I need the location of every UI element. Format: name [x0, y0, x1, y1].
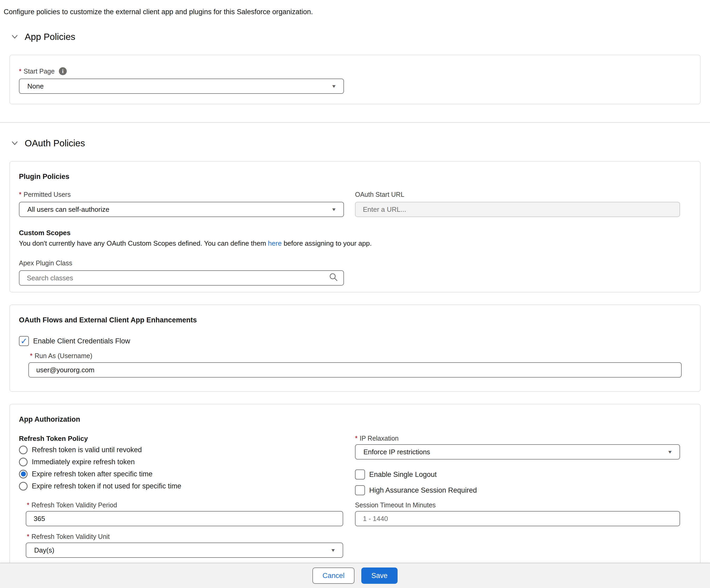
chevron-down-icon: ▼ [667, 449, 673, 454]
session-timeout-label-row: Session Timeout In Minutes [355, 501, 680, 509]
start-page-select[interactable]: None ▼ [19, 78, 344, 94]
apex-plugin-class-label: Apex Plugin Class [19, 259, 680, 267]
enable-client-credentials-checkbox[interactable] [19, 336, 29, 346]
radio-label: Immediately expire refresh token [32, 458, 135, 466]
app-authorization-heading: App Authorization [19, 415, 680, 424]
oauth-flows-card: OAuth Flows and External Client App Enha… [9, 305, 701, 392]
run-as-label-row: * Run As (Username) [30, 352, 680, 360]
apex-plugin-class-input[interactable] [19, 271, 344, 286]
refresh-token-policy-label: Refresh Token Policy [19, 434, 344, 443]
radio-label: Expire refresh token after specific time [32, 470, 152, 478]
radio-label: Expire refresh token if not used for spe… [32, 482, 181, 490]
section-app-policies-toggle[interactable]: App Policies [10, 31, 710, 43]
app-authorization-card: App Authorization Refresh Token Policy R… [9, 404, 701, 566]
start-page-label-row: * Start Page i [19, 67, 680, 75]
apex-plugin-class-search [19, 267, 344, 286]
run-as-input[interactable] [28, 362, 682, 378]
validity-unit-value: Day(s) [34, 546, 54, 555]
chevron-down-icon: ▼ [331, 84, 337, 89]
required-asterisk: * [355, 434, 358, 442]
section-title-oauth-policies: OAuth Policies [25, 137, 85, 149]
enable-client-credentials-label: Enable Client Credentials Flow [33, 337, 130, 345]
oauth-start-url-input [355, 202, 680, 217]
plugin-policies-card: Plugin Policies * Permitted Users All us… [9, 161, 701, 292]
permitted-users-select[interactable]: All users can self-authorize ▼ [19, 202, 344, 217]
enable-client-credentials-row[interactable]: Enable Client Credentials Flow [19, 336, 680, 346]
section-divider [0, 122, 710, 123]
permitted-users-label: Permitted Users [24, 190, 71, 198]
required-asterisk: * [19, 67, 22, 75]
permitted-users-value: All users can self-authorize [27, 206, 109, 214]
radio-label: Refresh token is valid until revoked [32, 446, 142, 454]
page-description: Configure policies to customize the exte… [0, 0, 710, 16]
radio-button[interactable] [19, 470, 28, 478]
section-title-app-policies: App Policies [25, 31, 75, 43]
required-asterisk: * [30, 352, 32, 360]
oauth-start-url-field: OAuth Start URL [355, 190, 680, 217]
radio-button[interactable] [19, 446, 28, 454]
chevron-down-icon: ▼ [330, 547, 336, 553]
ip-relaxation-value: Enforce IP restrictions [363, 448, 430, 456]
ip-relaxation-label-row: * IP Relaxation [355, 434, 680, 442]
validity-unit-label-row: * Refresh Token Validity Unit [27, 533, 344, 540]
ip-relaxation-select[interactable]: Enforce IP restrictions ▼ [355, 444, 680, 460]
validity-period-label: Refresh Token Validity Period [31, 501, 117, 509]
permitted-users-field: * Permitted Users All users can self-aut… [19, 190, 344, 217]
session-timeout-input[interactable] [355, 511, 680, 526]
radio-button[interactable] [19, 482, 28, 491]
validity-unit-label: Refresh Token Validity Unit [31, 533, 110, 540]
search-icon [329, 272, 338, 282]
refresh-token-policy-options: Refresh token is valid until revokedImme… [19, 445, 344, 491]
plugin-policies-heading: Plugin Policies [19, 172, 680, 181]
enable-single-logout-label: Enable Single Logout [369, 471, 437, 479]
validity-period-input[interactable] [26, 511, 343, 526]
oauth-flows-heading: OAuth Flows and External Client App Enha… [19, 315, 680, 325]
ip-relaxation-column: * IP Relaxation Enforce IP restrictions … [355, 434, 680, 558]
required-asterisk: * [27, 533, 29, 540]
refresh-token-policy-option[interactable]: Refresh token is valid until revoked [19, 445, 344, 455]
refresh-token-policy-option[interactable]: Expire refresh token if not used for spe… [19, 481, 344, 491]
info-icon[interactable]: i [59, 67, 67, 75]
enable-single-logout-row[interactable]: Enable Single Logout [355, 470, 680, 479]
required-asterisk: * [19, 190, 22, 198]
radio-button[interactable] [19, 458, 28, 466]
custom-scopes-heading: Custom Scopes [19, 229, 680, 237]
enable-single-logout-checkbox[interactable] [355, 470, 365, 479]
chevron-down-icon [10, 139, 19, 147]
custom-scopes-text: You don't currently have any OAuth Custo… [19, 239, 680, 248]
chevron-down-icon: ▼ [331, 207, 337, 212]
run-as-label: Run As (Username) [35, 352, 93, 360]
refresh-token-policy-option[interactable]: Expire refresh token after specific time [19, 469, 344, 479]
high-assurance-label: High Assurance Session Required [369, 486, 477, 494]
ip-relaxation-label: IP Relaxation [360, 434, 399, 442]
validity-unit-select[interactable]: Day(s) ▼ [26, 543, 343, 558]
required-asterisk: * [27, 501, 29, 509]
chevron-down-icon [10, 32, 19, 41]
refresh-token-policy-option[interactable]: Immediately expire refresh token [19, 457, 344, 467]
section-oauth-policies-toggle[interactable]: OAuth Policies [10, 137, 710, 149]
oauth-start-url-label: OAuth Start URL [355, 190, 404, 198]
custom-scopes-here-link[interactable]: here [268, 239, 282, 247]
save-button[interactable]: Save [361, 567, 398, 584]
high-assurance-row[interactable]: High Assurance Session Required [355, 485, 680, 495]
high-assurance-checkbox[interactable] [355, 485, 365, 495]
start-page-label: Start Page [24, 67, 55, 75]
cancel-button[interactable]: Cancel [312, 567, 354, 584]
validity-period-label-row: * Refresh Token Validity Period [27, 501, 344, 509]
session-timeout-label: Session Timeout In Minutes [355, 501, 436, 509]
refresh-token-policy-column: Refresh Token Policy Refresh token is va… [19, 434, 344, 558]
start-page-value: None [27, 82, 44, 90]
footer-action-bar: Cancel Save [0, 563, 710, 588]
app-policies-card: * Start Page i None ▼ [9, 55, 701, 104]
